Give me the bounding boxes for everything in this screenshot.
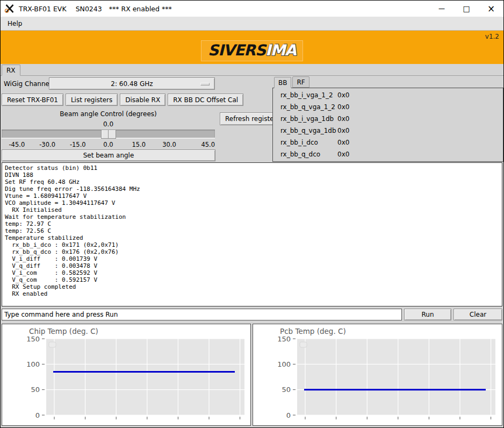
register-value: 0x0 (337, 151, 349, 158)
pcb-temp-chart: 050100150 Pcb Temp (deg. C) (253, 324, 502, 426)
svg-text:150: 150 (277, 335, 291, 343)
main-tab-bar: RX (1, 64, 503, 76)
register-row: rx_bb_i_vga_1db 0x0 (273, 113, 503, 125)
tab-bb[interactable]: BB (274, 77, 291, 88)
maximize-icon: □ (463, 4, 470, 13)
register-name: rx_bb_q_dco (280, 151, 337, 158)
register-value: 0x0 (337, 103, 349, 111)
wigig-channel-dropdown[interactable]: 2: 60.48 GHz (49, 77, 215, 90)
menu-bar: Help (1, 17, 503, 31)
register-panel: BB RF rx_bb_i_vga_1_2 0x0 rx_bb_q_vga_1_… (272, 76, 503, 162)
wigig-channel-label: WiGig Channel: (4, 80, 53, 88)
register-name: rx_bb_i_vga_1db (280, 115, 337, 123)
svg-text:50: 50 (31, 386, 40, 394)
register-row: rx_bb_q_vga_1db 0x0 (273, 125, 503, 137)
svg-text:50: 50 (282, 386, 291, 394)
wigig-channel-value: 2: 60.48 GHz (111, 80, 153, 88)
minimize-icon: — (438, 6, 445, 11)
register-value: 0x0 (337, 91, 349, 99)
dropdown-indicator-icon (200, 83, 210, 85)
charts-area: 050100150 Chip Temp (deg. C) 050100150 P… (1, 324, 503, 426)
console-text: Detector status (bin) 0b11 DIVN 188 Set … (5, 165, 499, 297)
logo-text-ima: IMA (265, 41, 296, 59)
title-bar: TRX-BF01 EVK SN0243 *** RX enabled *** —… (1, 1, 503, 17)
list-registers-button[interactable]: List registers (66, 94, 118, 106)
rx-control-panel: WiGig Channel: 2: 60.48 GHz Reset TRX-BF… (1, 76, 503, 162)
minimize-button[interactable]: — (429, 1, 454, 17)
svg-text:0: 0 (35, 411, 40, 419)
register-tab-bar: BB RF (272, 76, 503, 88)
maximize-button[interactable]: □ (454, 1, 479, 17)
clear-button[interactable]: Clear (453, 309, 502, 320)
disable-rx-button[interactable]: Disable RX (120, 94, 165, 106)
scale-tick-label: -15.0 (62, 141, 93, 148)
beam-angle-slider-handle[interactable] (101, 130, 116, 139)
beam-angle-scale: -45.0-30.0-15.00.015.030.045.0 (2, 141, 215, 148)
command-row: Run Clear (1, 306, 503, 323)
register-row: rx_bb_q_dco 0x0 (273, 148, 503, 160)
svg-text:100: 100 (26, 360, 40, 368)
register-list: rx_bb_i_vga_1_2 0x0 rx_bb_q_vga_1_2 0x0 … (272, 88, 503, 162)
svg-text:0: 0 (286, 411, 291, 419)
register-row: rx_bb_q_vga_1_2 0x0 (273, 101, 503, 113)
pcb-temp-chart-title: Pcb Temp (deg. C) (280, 327, 346, 336)
scale-tick-label: -45.0 (2, 141, 32, 148)
svg-text:100: 100 (277, 360, 291, 368)
rx-bb-dc-offset-cal-button[interactable]: RX BB DC Offset Cal (168, 94, 243, 106)
scale-tick-label: 45.0 (184, 141, 215, 148)
pcb-temp-plot: 050100150 (253, 324, 501, 425)
beam-angle-slider[interactable] (2, 130, 215, 139)
close-button[interactable]: × (479, 1, 503, 17)
menu-help[interactable]: Help (5, 19, 24, 28)
window-title-status: *** RX enabled *** (109, 5, 172, 13)
register-name: rx_bb_i_vga_1_2 (280, 91, 337, 99)
set-beam-angle-button[interactable]: Set beam angle (2, 149, 215, 161)
beam-angle-value: 0.0 (1, 120, 216, 128)
register-value: 0x0 (337, 115, 349, 123)
window-title-app: TRX-BF01 EVK (19, 5, 67, 13)
logo-text-sivers: SIVERS (208, 41, 265, 59)
tab-rf[interactable]: RF (292, 76, 309, 88)
console-log[interactable]: Detector status (bin) 0b11 DIVN 188 Set … (2, 162, 502, 306)
register-row: rx_bb_i_vga_1_2 0x0 (273, 89, 503, 101)
app-window: TRX-BF01 EVK SN0243 *** RX enabled *** —… (0, 0, 504, 428)
register-value: 0x0 (337, 139, 349, 146)
scale-tick-label: 15.0 (124, 141, 154, 148)
scale-tick-label: 30.0 (154, 141, 185, 148)
run-button[interactable]: Run (404, 309, 451, 320)
register-value: 0x0 (337, 127, 349, 134)
brand-banner: v1.2 SIVERSIMA (1, 31, 503, 64)
tab-rx[interactable]: RX (2, 65, 20, 76)
window-title-serial: SN0243 (76, 5, 102, 13)
beam-angle-title: Beam angle Control (degrees) (1, 110, 216, 118)
register-row: rx_bb_i_dco 0x0 (273, 137, 503, 148)
reset-trx-bf01-button[interactable]: Reset TRX-BF01 (2, 94, 63, 106)
control-button-row: Reset TRX-BF01 List registers Disable RX… (2, 94, 243, 106)
chip-temp-chart-title: Chip Temp (deg. C) (29, 327, 98, 336)
register-name: rx_bb_i_dco (280, 139, 337, 146)
close-icon: × (487, 3, 495, 14)
register-name: rx_bb_q_vga_1_2 (280, 103, 337, 111)
chip-temp-chart: 050100150 Chip Temp (deg. C) (2, 324, 251, 426)
scale-tick-label: 0.0 (93, 141, 124, 148)
register-name: rx_bb_q_vga_1db (280, 127, 337, 134)
command-input[interactable] (2, 309, 402, 320)
app-icon (4, 4, 15, 13)
siversima-logo: SIVERSIMA (201, 40, 303, 61)
scale-tick-label: -30.0 (32, 141, 63, 148)
chip-temp-plot: 050100150 (2, 324, 250, 425)
svg-text:150: 150 (26, 335, 40, 343)
version-label: v1.2 (485, 33, 499, 40)
